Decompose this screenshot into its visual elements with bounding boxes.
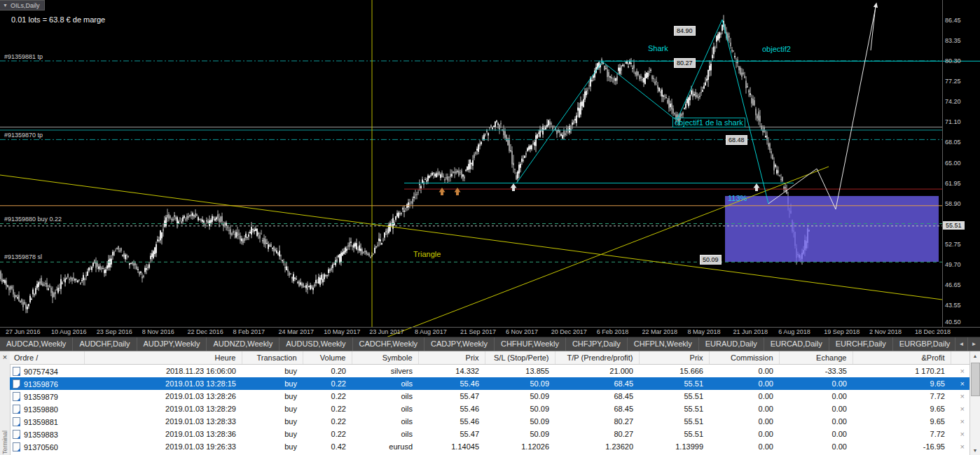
cell-price: 55.46 — [418, 377, 485, 390]
order-row-91359879[interactable]: 913598792019.01.03 13:28:26buy0.22oils55… — [10, 390, 970, 402]
cell-swap: 0.00 — [779, 390, 853, 402]
cell-order: 91370560 — [10, 440, 84, 453]
tabs-scroll-right-button[interactable]: ► — [967, 337, 980, 351]
column-header-heure[interactable]: Heure — [84, 351, 242, 365]
column-header--profit[interactable]: &Profit — [853, 351, 951, 365]
order-row-91359881[interactable]: 913598812019.01.03 13:28:33buy0.22oils55… — [10, 415, 970, 428]
tabs-scroll-left-button[interactable]: ◄ — [955, 337, 967, 351]
cell-symbol: eurusd — [352, 440, 418, 453]
cell-profit: 7.72 — [853, 390, 951, 402]
cell-tp: 80.27 — [555, 428, 639, 440]
cell-time: 2019.01.03 13:28:36 — [84, 428, 242, 440]
close-order-button[interactable]: × — [951, 415, 970, 428]
column-header-commission[interactable]: Commission — [709, 351, 779, 365]
terminal-panel-label: Terminal — [1, 430, 8, 454]
cell-commission: 0.00 — [709, 415, 779, 428]
cell-tp: 68.45 — [555, 390, 639, 402]
cell-tp: 21.000 — [555, 365, 639, 378]
symbol-tab-cadjpy[interactable]: CADJPY,Weekly — [425, 337, 495, 351]
column-header-prix[interactable]: Prix — [639, 351, 709, 365]
order-row-91359880[interactable]: 913598802019.01.03 13:28:29buy0.22oils55… — [10, 402, 970, 415]
close-order-button[interactable]: × — [951, 377, 970, 390]
symbol-tab-audjpy[interactable]: AUDJPY,Weekly — [137, 337, 207, 351]
close-order-button[interactable]: × — [951, 390, 970, 402]
cell-volume: 0.22 — [303, 377, 352, 390]
symbol-tab-chfjpy[interactable]: CHFJPY,Daily — [566, 337, 628, 351]
cell-transaction: buy — [242, 377, 303, 390]
symbol-tab-eurcad[interactable]: EURCAD,Daily — [764, 337, 829, 351]
terminal-close-button[interactable]: × — [0, 353, 10, 361]
cell-volume: 0.22 — [303, 402, 352, 415]
cell-volume: 0.42 — [303, 440, 352, 453]
order-type-icon — [13, 379, 20, 388]
symbol-tab-eurchf[interactable]: EURCHF,Daily — [829, 337, 893, 351]
terminal-scrollbar[interactable]: ▲ ▼ — [969, 351, 980, 455]
column-header-close[interactable] — [951, 351, 970, 365]
symbol-tab-eurgbp[interactable]: EURGBP,Daily — [893, 337, 955, 351]
cell-sl: 50.09 — [485, 428, 555, 440]
symbol-tab-audusd[interactable]: AUDUSD,Weekly — [279, 337, 352, 351]
scroll-down-button[interactable]: ▼ — [970, 446, 980, 455]
chart-dropdown-icon[interactable]: ▼ — [3, 1, 8, 10]
cell-sl: 13.855 — [485, 365, 555, 378]
cell-tp: 1.23620 — [555, 440, 639, 453]
scroll-up-button[interactable]: ▲ — [970, 351, 980, 361]
cell-tp: 68.45 — [555, 402, 639, 415]
column-header-t-p-prendre-profit-[interactable]: T/P (Prendre/profit) — [555, 351, 639, 365]
chart-area[interactable]: #91359881 tp#91359870 tp#91359880 buy 0.… — [0, 0, 980, 337]
cell-transaction: buy — [242, 440, 303, 453]
close-order-button[interactable]: × — [951, 365, 970, 378]
cell-swap: 0.00 — [779, 402, 853, 415]
order-type-icon — [13, 405, 20, 414]
order-type-icon — [13, 442, 20, 451]
column-header-s-l-stop-perte-[interactable]: S/L (Stop/Perte) — [485, 351, 555, 365]
close-order-button[interactable]: × — [951, 428, 970, 440]
close-order-button[interactable]: × — [951, 402, 970, 415]
cell-current-price: 55.51 — [639, 390, 709, 402]
terminal-panel: × Terminal Ordre /HeureTransactionVolume… — [0, 351, 980, 455]
cell-time: 2019.01.03 13:28:33 — [84, 415, 242, 428]
table-header-row: Ordre /HeureTransactionVolumeSymbolePrix… — [10, 351, 970, 365]
order-row-90757434[interactable]: 907574342018.11.23 16:06:00buy0.20silver… — [10, 365, 970, 378]
cell-time: 2019.01.03 13:28:26 — [84, 390, 242, 402]
cell-time: 2019.01.03 13:28:29 — [84, 402, 242, 415]
cell-time: 2019.01.03 13:28:15 — [84, 377, 242, 390]
column-header-transaction[interactable]: Transaction — [242, 351, 303, 365]
candlestick-chart[interactable] — [0, 0, 980, 337]
cell-order: 91359876 — [10, 377, 84, 390]
cell-transaction: buy — [242, 415, 303, 428]
chart-title-tab[interactable]: ▼ OILs,Daily — [0, 0, 45, 10]
column-header-symbole[interactable]: Symbole — [352, 351, 418, 365]
symbol-tab-euraud[interactable]: EURAUD,Daily — [699, 337, 764, 351]
order-row-91370560[interactable]: 913705602019.01.03 19:26:33buy0.42eurusd… — [10, 440, 970, 453]
cell-profit: 9.65 — [853, 377, 951, 390]
current-price-box: 55.51 — [943, 221, 965, 230]
cell-current-price: 55.51 — [639, 415, 709, 428]
cell-order: 91359880 — [10, 402, 84, 415]
symbol-tab-audnzd[interactable]: AUDNZD,Weekly — [207, 337, 279, 351]
mt4-window: #91359881 tp#91359870 tp#91359880 buy 0.… — [0, 0, 980, 455]
column-header-volume[interactable]: Volume — [303, 351, 352, 365]
cell-volume: 0.20 — [303, 365, 352, 378]
symbol-tab-cadchf[interactable]: CADCHF,Weekly — [353, 337, 425, 351]
symbol-tab-chfhuf[interactable]: CHFHUF,Weekly — [495, 337, 566, 351]
symbol-tab-chfpln[interactable]: CHFPLN,Weekly — [628, 337, 699, 351]
cell-volume: 0.22 — [303, 390, 352, 402]
cell-sl: 50.09 — [485, 390, 555, 402]
cell-order: 91359879 — [10, 390, 84, 402]
close-order-button[interactable]: × — [951, 440, 970, 453]
scrollbar-thumb[interactable] — [971, 363, 980, 396]
cell-transaction: buy — [242, 365, 303, 378]
symbol-tab-audchf[interactable]: AUDCHF,Daily — [73, 337, 137, 351]
column-header-ordre-[interactable]: Ordre / — [10, 351, 84, 365]
column-header-echange[interactable]: Echange — [779, 351, 853, 365]
order-row-91359883[interactable]: 913598832019.01.03 13:28:36buy0.22oils55… — [10, 428, 970, 440]
order-row-91359876[interactable]: 913598762019.01.03 13:28:15buy0.22oils55… — [10, 377, 970, 390]
cell-tp: 68.45 — [555, 377, 639, 390]
cell-order: 91359881 — [10, 415, 84, 428]
symbol-tab-audcad[interactable]: AUDCAD,Weekly — [0, 337, 73, 351]
cell-price: 1.14045 — [418, 440, 485, 453]
symbol-tabs-strip: AUDCAD,WeeklyAUDCHF,DailyAUDJPY,WeeklyAU… — [0, 337, 955, 351]
cell-profit: 1 170.21 — [853, 365, 951, 378]
column-header-prix[interactable]: Prix — [418, 351, 485, 365]
